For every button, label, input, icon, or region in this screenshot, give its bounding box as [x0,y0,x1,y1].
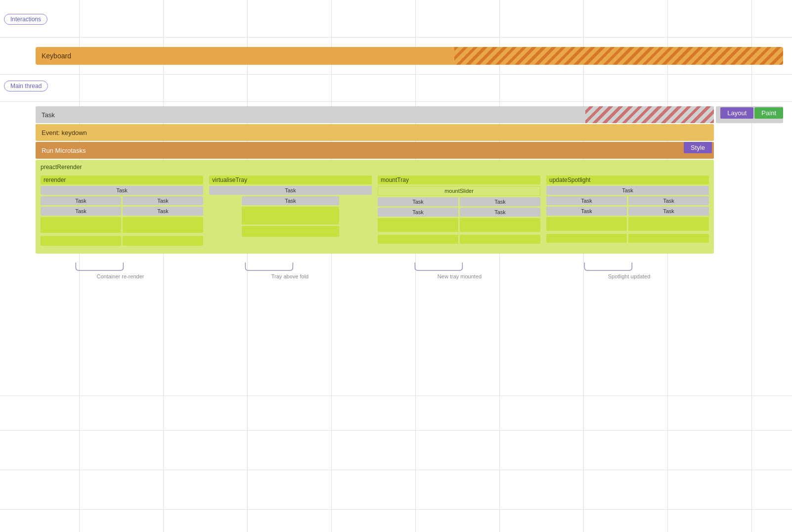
mtray-task-2: Task [460,197,540,206]
preact-rerender-label: preactRerender [39,163,711,172]
mount-tray-task-pair-2: Task Task [378,208,540,217]
inner-columns-row: rerender Task Task Task Task Task [39,174,711,251]
vtray-task-chip: Task [209,186,372,195]
spotlight-task-chip: Task [546,186,709,195]
preact-rerender-section: preactRerender rerender Task Task Task T… [36,160,714,254]
layout-paint-buttons: Layout Paint [720,107,783,119]
rerender-task-pair: Task Task [41,196,203,205]
mount-tray-label: mountTray [378,176,540,184]
interactions-pill[interactable]: Interactions [4,14,47,25]
virtualise-tray-label: virtualiseTray [209,176,372,184]
bracket-svg-3 [383,262,536,271]
microtasks-bar: Run Microtasks [36,142,714,159]
rerender-col: rerender Task Task Task Task Task [39,174,205,251]
mount-tray-col: mountTray mountSlider Task Task Task Tas… [376,174,542,251]
grid-h-2 [0,74,792,75]
task-row-top: Task Task [36,106,783,123]
rerender-mini-pair [41,217,203,234]
vtray-mini-1 [209,207,372,224]
style-button[interactable]: Style [684,142,712,153]
vtray-task-single: Task [242,196,339,205]
bracket-section: Container re-render Tray above fold New … [36,262,714,279]
virtualise-tray-col: virtualiseTray Task Task [207,174,374,251]
rerender-mini-4 [123,236,203,246]
update-spotlight-col: updateSpotlight Task Task Task Task Task [544,174,711,251]
spotlight-mini-pair-2 [546,234,709,244]
keyboard-bar-hatched [454,47,783,65]
mtray-mini-4 [460,235,540,244]
main-container: Interactions Keyboard Main thread Task T… [0,0,792,532]
mount-mini-pair-2 [378,235,540,245]
rerender-label: rerender [41,176,203,184]
event-row: Event: keydown [36,124,783,141]
spotlight-mini-2 [628,217,709,231]
bracket-spotlight: Spotlight updated [544,262,714,279]
mount-tray-task-pair: Task Task [378,197,540,206]
mtray-mini-1 [378,218,458,232]
mtray-mini-3 [378,235,458,244]
mtray-task-1: Task [378,197,458,206]
grid-h-5 [0,430,792,431]
vtray-mini-2 [209,226,372,237]
tray-above-fold-label: Tray above fold [271,273,308,279]
mtray-task-4: Task [460,208,540,217]
task-hatched [585,106,714,123]
rerender-mini-3 [41,236,121,246]
rerender-task-4: Task [123,207,203,216]
rerender-task-chip: Task [41,186,203,195]
microtasks-row: Run Microtasks Style [36,142,783,159]
spotlight-mini-4 [628,234,709,243]
rerender-mini-pair-2 [41,236,203,247]
layout-button[interactable]: Layout [720,107,753,119]
spotlight-task-pair: Task Task [546,196,709,205]
event-bar: Event: keydown [36,124,714,141]
vtray-mini-block-1 [242,207,339,224]
rerender-task-2: Task [123,196,203,205]
new-tray-mounted-label: New tray mounted [438,273,482,279]
paint-button[interactable]: Paint [754,107,783,119]
spotlight-task-pair-2: Task Task [546,207,709,216]
spotlight-task-1: Task [546,196,627,205]
spotlight-updated-label: Spotlight updated [608,273,651,279]
spotlight-mini-pair [546,217,709,232]
grid-h-3 [0,101,792,102]
bracket-svg-2 [214,262,366,271]
spotlight-mini-3 [546,234,627,243]
timeline-content: Task Task Layout Paint Event: keydown Ru… [36,106,783,279]
rerender-task-pair-2: Task Task [41,207,203,216]
update-spotlight-label: updateSpotlight [546,176,709,184]
rerender-task-3: Task [41,207,121,216]
main-thread-pill[interactable]: Main thread [4,81,48,91]
bracket-container-rerender: Container re-render [36,262,205,279]
mount-slider-chip: mountSlider [378,186,540,196]
rerender-mini-1 [41,217,121,233]
style-button-container: Style [684,142,712,153]
rerender-mini-2 [123,217,203,233]
spotlight-task-2: Task [628,196,709,205]
bracket-svg-4 [553,262,705,271]
spotlight-task-4: Task [628,207,709,216]
mount-mini-pair [378,218,540,233]
vtray-mini-block-2 [242,226,339,237]
bracket-tray-above-fold: Tray above fold [205,262,375,279]
keyboard-bar-label: Keyboard [36,47,454,65]
grid-h-7 [0,509,792,510]
grid-h-6 [0,470,792,470]
grid-h-4 [0,396,792,396]
container-rerender-label: Container re-render [97,273,144,279]
keyboard-bar: Keyboard [36,47,783,65]
spotlight-task-3: Task [546,207,627,216]
task-bar-main: Task [36,106,714,123]
spotlight-mini-1 [546,217,627,231]
grid-h-1 [0,37,792,38]
mtray-mini-2 [460,218,540,232]
bracket-new-tray: New tray mounted [375,262,544,279]
mtray-task-3: Task [378,208,458,217]
bracket-svg-1 [44,262,197,271]
rerender-task-1: Task [41,196,121,205]
